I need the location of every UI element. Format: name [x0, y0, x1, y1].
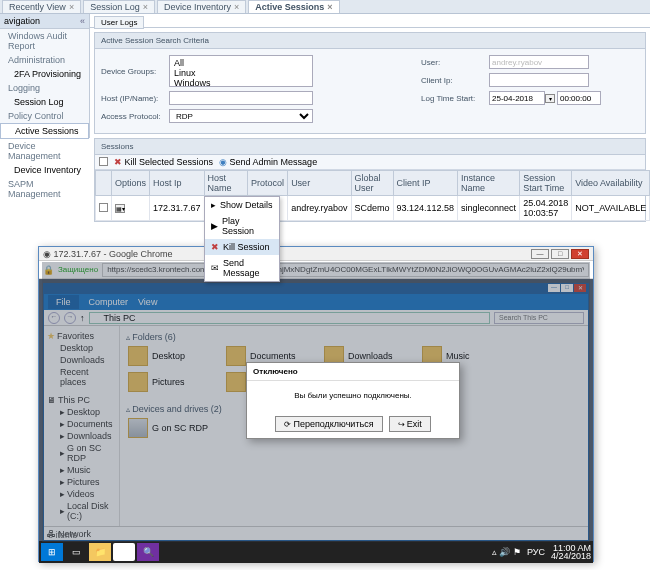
reconnect-button[interactable]: ⟳ Переподключиться — [275, 416, 382, 432]
nav-thispc[interactable]: 🖥This PC — [46, 394, 117, 406]
url-input[interactable] — [102, 263, 589, 277]
col-hostname[interactable]: Host Name — [204, 171, 248, 196]
nav-item[interactable]: ▸ Local Disk (C:) — [46, 500, 117, 522]
chrome-taskbar-icon[interactable]: ◉ — [113, 543, 135, 561]
row-checkbox[interactable] — [99, 203, 108, 212]
taskbar: ⊞ ▭ 📁 ◉ 🔍 ▵ 🔊 ⚑ РУС 11:00 AM4/24/2018 — [39, 541, 593, 563]
protocol-select[interactable]: RDP — [169, 109, 313, 123]
view-tab[interactable]: View — [138, 297, 157, 307]
nav-item[interactable]: ▸ Videos — [46, 488, 117, 500]
tab-recent[interactable]: Recently View× — [2, 0, 81, 13]
col-video[interactable]: Video Availability — [572, 171, 650, 196]
tray-icons[interactable]: ▵ 🔊 ⚑ — [492, 547, 521, 557]
explorer-taskbar-icon[interactable]: 📁 — [89, 543, 111, 561]
ctx-play-session[interactable]: ▶Play Session — [205, 213, 279, 239]
calendar-icon[interactable]: ▾ — [545, 94, 555, 103]
search-taskbar-icon[interactable]: 🔍 — [137, 543, 159, 561]
sessions-header: Sessions — [95, 139, 645, 155]
top-tab-bar: Recently View× Session Log× Device Inven… — [0, 0, 650, 14]
nav-item[interactable]: ▸ Music — [46, 464, 117, 476]
time-input[interactable] — [557, 91, 601, 105]
file-menu[interactable]: File — [48, 295, 79, 309]
nav-item[interactable]: ▸ Documents — [46, 418, 117, 430]
nav-2fa[interactable]: 2FA Provisioning — [0, 67, 89, 81]
col-globaluser[interactable]: Global User — [351, 171, 393, 196]
language-indicator[interactable]: РУС — [527, 547, 545, 557]
folders-header[interactable]: ▵ Folders (6) — [126, 332, 582, 342]
nav-admin[interactable]: Administration — [0, 53, 89, 67]
date-input[interactable] — [489, 91, 545, 105]
tab-active-sessions[interactable]: Active Sessions× — [248, 0, 339, 13]
nav-sapm[interactable]: SAPM Management — [0, 177, 89, 201]
subtab-userlogs[interactable]: User Logs — [94, 16, 144, 29]
exit-button[interactable]: ↪ Exit — [389, 416, 431, 432]
folder-item[interactable]: Pictures — [126, 370, 222, 394]
ctx-show-details[interactable]: ▸Show Details — [205, 197, 279, 213]
explorer-titlebar: —□✕ — [44, 284, 588, 294]
host-input[interactable] — [169, 91, 313, 105]
folder-icon — [128, 346, 148, 366]
ctx-kill-session[interactable]: ✖Kill Session — [205, 239, 279, 255]
tab-session-log[interactable]: Session Log× — [83, 0, 155, 13]
send-admin-msg-button[interactable]: ◉ Send Admin Message — [219, 157, 317, 167]
col-instance[interactable]: Instance Name — [458, 171, 520, 196]
minimize-button[interactable]: — — [531, 249, 549, 259]
col-clientip[interactable]: Client IP — [393, 171, 458, 196]
modal-body: Вы были успешно подключены. — [247, 381, 459, 410]
search-input[interactable] — [494, 312, 584, 324]
protocol-label: Access Protocol: — [101, 112, 169, 121]
address-bar[interactable]: This PC — [89, 312, 491, 324]
clientip-input[interactable] — [489, 73, 589, 87]
nav-devmgmt[interactable]: Device Management — [0, 139, 89, 163]
message-icon: ✉ — [211, 263, 219, 273]
col-user[interactable]: User — [288, 171, 351, 196]
computer-tab[interactable]: Computer — [89, 297, 129, 307]
up-button[interactable]: ↑ — [80, 313, 85, 323]
nav-item[interactable]: ▸ G on SC RDP — [46, 442, 117, 464]
close-button[interactable]: ✕ — [571, 249, 589, 259]
nav-item[interactable]: ▸ Downloads — [46, 430, 117, 442]
start-button[interactable]: ⊞ — [41, 543, 63, 561]
kill-selected-button[interactable]: ✖ Kill Selected Sessions — [114, 157, 213, 167]
col-options[interactable]: Options — [112, 171, 150, 196]
close-icon[interactable]: × — [234, 2, 239, 12]
nav-policy[interactable]: Policy Control — [0, 109, 89, 123]
collapse-icon[interactable]: « — [80, 16, 85, 26]
nav-recent[interactable]: Recent places — [46, 366, 117, 388]
folder-item[interactable]: Desktop — [126, 344, 222, 368]
tab-device-inventory[interactable]: Device Inventory× — [157, 0, 246, 13]
col-hostip[interactable]: Host Ip — [150, 171, 205, 196]
minimize-button[interactable]: — — [548, 284, 560, 292]
taskview-button[interactable]: ▭ — [65, 543, 87, 561]
select-all-checkbox[interactable] — [99, 157, 108, 166]
devgroups-label: Device Groups: — [101, 67, 169, 76]
nav-audit[interactable]: Windows Audit Report — [0, 29, 89, 53]
user-input[interactable] — [489, 55, 589, 69]
nav-favorites[interactable]: ★Favorites — [46, 330, 117, 342]
nav-desktop[interactable]: Desktop — [46, 342, 117, 354]
drive-item[interactable]: G on SC RDP — [126, 416, 222, 440]
col-starttime[interactable]: Session Start Time — [520, 171, 572, 196]
table-row[interactable]: ▦▾ 172.31.7.67 Windows Server RDP andrey… — [96, 196, 650, 221]
clock[interactable]: 11:00 AM4/24/2018 — [551, 544, 591, 560]
nav-devinv[interactable]: Device Inventory — [0, 163, 89, 177]
close-icon[interactable]: × — [327, 2, 332, 12]
nav-downloads[interactable]: Downloads — [46, 354, 117, 366]
devgroups-select[interactable]: AllLinuxWindows — [169, 55, 313, 87]
ctx-send-message[interactable]: ✉Send Message — [205, 255, 279, 281]
nav-logging[interactable]: Logging — [0, 81, 89, 95]
col-protocol[interactable]: Protocol — [248, 171, 288, 196]
nav-active-sessions[interactable]: Active Sessions — [0, 123, 89, 139]
forward-button[interactable]: → — [64, 312, 76, 324]
nav-item[interactable]: ▸ Pictures — [46, 476, 117, 488]
maximize-button[interactable]: □ — [551, 249, 569, 259]
maximize-button[interactable]: □ — [561, 284, 573, 292]
close-icon[interactable]: × — [143, 2, 148, 12]
nav-sesslog[interactable]: Session Log — [0, 95, 89, 109]
chrome-titlebar: ◉ 172.31.7.67 - Google Chrome —□✕ — [39, 247, 593, 261]
nav-item[interactable]: ▸ Desktop — [46, 406, 117, 418]
options-dropdown[interactable]: ▦▾ — [115, 204, 125, 213]
back-button[interactable]: ← — [48, 312, 60, 324]
close-icon[interactable]: × — [69, 2, 74, 12]
close-button[interactable]: ✕ — [574, 284, 586, 292]
